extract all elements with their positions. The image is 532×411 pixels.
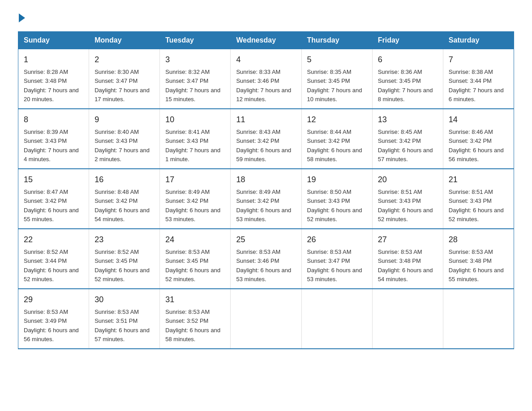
calendar-cell: 28Sunrise: 8:53 AMSunset: 3:48 PMDayligh…: [443, 229, 514, 289]
day-number: 4: [236, 54, 296, 66]
day-info: Sunrise: 8:52 AMSunset: 3:45 PMDaylight:…: [94, 248, 150, 283]
day-number: 28: [449, 234, 508, 246]
day-number: 30: [94, 294, 154, 306]
header-sunday: Sunday: [18, 32, 89, 49]
day-number: 3: [165, 54, 225, 66]
day-info: Sunrise: 8:53 AMSunset: 3:47 PMDaylight:…: [307, 248, 362, 283]
calendar-cell: [443, 289, 514, 349]
day-info: Sunrise: 8:52 AMSunset: 3:44 PMDaylight:…: [24, 248, 79, 283]
day-number: 29: [24, 294, 83, 306]
day-info: Sunrise: 8:36 AMSunset: 3:45 PMDaylight:…: [378, 68, 433, 103]
day-info: Sunrise: 8:51 AMSunset: 3:43 PMDaylight:…: [378, 188, 433, 223]
calendar-cell: 13Sunrise: 8:45 AMSunset: 3:42 PMDayligh…: [372, 109, 443, 169]
header-friday: Friday: [372, 32, 443, 49]
day-number: 19: [307, 174, 367, 186]
header-tuesday: Tuesday: [160, 32, 231, 49]
calendar-header-row: SundayMondayTuesdayWednesdayThursdayFrid…: [18, 32, 514, 49]
day-info: Sunrise: 8:50 AMSunset: 3:43 PMDaylight:…: [307, 188, 362, 223]
day-info: Sunrise: 8:33 AMSunset: 3:46 PMDaylight:…: [236, 68, 291, 103]
calendar-cell: 8Sunrise: 8:39 AMSunset: 3:43 PMDaylight…: [18, 109, 89, 169]
calendar-cell: 7Sunrise: 8:38 AMSunset: 3:44 PMDaylight…: [443, 49, 514, 109]
day-info: Sunrise: 8:47 AMSunset: 3:42 PMDaylight:…: [24, 188, 79, 223]
calendar-cell: 24Sunrise: 8:53 AMSunset: 3:45 PMDayligh…: [160, 229, 231, 289]
day-info: Sunrise: 8:35 AMSunset: 3:45 PMDaylight:…: [307, 68, 362, 103]
calendar-cell: 19Sunrise: 8:50 AMSunset: 3:43 PMDayligh…: [301, 169, 372, 229]
day-number: 21: [449, 174, 508, 186]
day-number: 12: [307, 114, 367, 126]
day-info: Sunrise: 8:38 AMSunset: 3:44 PMDaylight:…: [449, 68, 504, 103]
calendar-cell: 26Sunrise: 8:53 AMSunset: 3:47 PMDayligh…: [301, 229, 372, 289]
day-info: Sunrise: 8:44 AMSunset: 3:42 PMDaylight:…: [307, 128, 362, 163]
day-info: Sunrise: 8:53 AMSunset: 3:51 PMDaylight:…: [94, 308, 150, 342]
day-info: Sunrise: 8:40 AMSunset: 3:43 PMDaylight:…: [94, 128, 150, 163]
day-number: 27: [378, 234, 438, 246]
day-info: Sunrise: 8:28 AMSunset: 3:48 PMDaylight:…: [24, 68, 79, 103]
day-info: Sunrise: 8:45 AMSunset: 3:42 PMDaylight:…: [378, 128, 433, 163]
calendar-cell: 3Sunrise: 8:32 AMSunset: 3:47 PMDaylight…: [160, 49, 231, 109]
day-info: Sunrise: 8:49 AMSunset: 3:42 PMDaylight:…: [236, 188, 291, 223]
calendar-cell: 2Sunrise: 8:30 AMSunset: 3:47 PMDaylight…: [89, 49, 160, 109]
day-info: Sunrise: 8:30 AMSunset: 3:47 PMDaylight:…: [94, 68, 150, 103]
day-number: 2: [94, 54, 154, 66]
day-info: Sunrise: 8:53 AMSunset: 3:48 PMDaylight:…: [378, 248, 433, 283]
day-info: Sunrise: 8:53 AMSunset: 3:52 PMDaylight:…: [165, 308, 220, 342]
calendar-cell: 14Sunrise: 8:46 AMSunset: 3:42 PMDayligh…: [443, 109, 514, 169]
day-number: 15: [24, 174, 83, 186]
day-info: Sunrise: 8:53 AMSunset: 3:46 PMDaylight:…: [236, 248, 291, 283]
calendar-cell: 11Sunrise: 8:43 AMSunset: 3:42 PMDayligh…: [231, 109, 301, 169]
calendar-week-row: 22Sunrise: 8:52 AMSunset: 3:44 PMDayligh…: [18, 229, 514, 289]
day-number: 13: [378, 114, 438, 126]
day-number: 8: [24, 114, 83, 126]
calendar-cell: 5Sunrise: 8:35 AMSunset: 3:45 PMDaylight…: [301, 49, 372, 109]
calendar-cell: 9Sunrise: 8:40 AMSunset: 3:43 PMDaylight…: [89, 109, 160, 169]
day-number: 1: [24, 54, 83, 66]
day-number: 31: [165, 294, 225, 306]
calendar-cell: 12Sunrise: 8:44 AMSunset: 3:42 PMDayligh…: [301, 109, 372, 169]
day-info: Sunrise: 8:49 AMSunset: 3:42 PMDaylight:…: [165, 188, 220, 223]
day-info: Sunrise: 8:39 AMSunset: 3:43 PMDaylight:…: [24, 128, 79, 163]
logo-arrow-icon: [19, 13, 25, 22]
day-info: Sunrise: 8:46 AMSunset: 3:42 PMDaylight:…: [449, 128, 504, 163]
calendar-cell: 17Sunrise: 8:49 AMSunset: 3:42 PMDayligh…: [160, 169, 231, 229]
day-number: 26: [307, 234, 367, 246]
header-monday: Monday: [89, 32, 160, 49]
calendar-cell: [372, 289, 443, 349]
calendar-cell: 1Sunrise: 8:28 AMSunset: 3:48 PMDaylight…: [18, 49, 89, 109]
day-number: 10: [165, 114, 225, 126]
day-info: Sunrise: 8:43 AMSunset: 3:42 PMDaylight:…: [236, 128, 291, 163]
calendar-cell: 18Sunrise: 8:49 AMSunset: 3:42 PMDayligh…: [231, 169, 301, 229]
day-number: 16: [94, 174, 154, 186]
calendar-cell: 22Sunrise: 8:52 AMSunset: 3:44 PMDayligh…: [18, 229, 89, 289]
day-number: 20: [378, 174, 438, 186]
calendar-cell: 21Sunrise: 8:51 AMSunset: 3:43 PMDayligh…: [443, 169, 514, 229]
calendar-cell: [301, 289, 372, 349]
calendar-cell: 15Sunrise: 8:47 AMSunset: 3:42 PMDayligh…: [18, 169, 89, 229]
header-wednesday: Wednesday: [231, 32, 301, 49]
day-number: 11: [236, 114, 296, 126]
day-number: 17: [165, 174, 225, 186]
calendar-week-row: 8Sunrise: 8:39 AMSunset: 3:43 PMDaylight…: [18, 109, 514, 169]
day-number: 5: [307, 54, 367, 66]
calendar-cell: [231, 289, 301, 349]
header-thursday: Thursday: [301, 32, 372, 49]
calendar-table: SundayMondayTuesdayWednesdayThursdayFrid…: [18, 31, 514, 349]
day-info: Sunrise: 8:51 AMSunset: 3:43 PMDaylight:…: [449, 188, 504, 223]
calendar-cell: 20Sunrise: 8:51 AMSunset: 3:43 PMDayligh…: [372, 169, 443, 229]
day-info: Sunrise: 8:48 AMSunset: 3:42 PMDaylight:…: [94, 188, 150, 223]
day-info: Sunrise: 8:53 AMSunset: 3:48 PMDaylight:…: [449, 248, 504, 283]
calendar-week-row: 1Sunrise: 8:28 AMSunset: 3:48 PMDaylight…: [18, 49, 514, 109]
day-number: 23: [94, 234, 154, 246]
calendar-week-row: 29Sunrise: 8:53 AMSunset: 3:49 PMDayligh…: [18, 289, 514, 349]
day-number: 9: [94, 114, 154, 126]
day-number: 24: [165, 234, 225, 246]
calendar-cell: 6Sunrise: 8:36 AMSunset: 3:45 PMDaylight…: [372, 49, 443, 109]
calendar-cell: 16Sunrise: 8:48 AMSunset: 3:42 PMDayligh…: [89, 169, 160, 229]
calendar-week-row: 15Sunrise: 8:47 AMSunset: 3:42 PMDayligh…: [18, 169, 514, 229]
header-saturday: Saturday: [443, 32, 514, 49]
day-number: 25: [236, 234, 296, 246]
calendar-cell: 4Sunrise: 8:33 AMSunset: 3:46 PMDaylight…: [231, 49, 301, 109]
day-info: Sunrise: 8:41 AMSunset: 3:43 PMDaylight:…: [165, 128, 220, 163]
day-number: 6: [378, 54, 438, 66]
page-header: [18, 13, 514, 22]
day-info: Sunrise: 8:32 AMSunset: 3:47 PMDaylight:…: [165, 68, 220, 103]
